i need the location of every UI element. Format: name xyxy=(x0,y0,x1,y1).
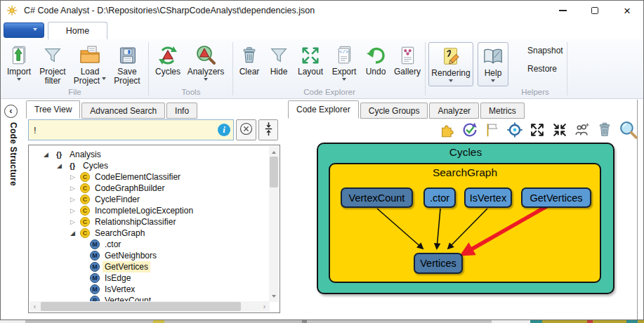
open-folder-icon xyxy=(79,43,101,67)
tab-code-explorer[interactable]: Code Explorer xyxy=(288,100,359,119)
analyzers-button[interactable]: Analyzers xyxy=(185,41,226,84)
layout-button[interactable]: Layout xyxy=(294,41,327,78)
load-project-button[interactable]: Load Project xyxy=(70,41,110,87)
expand-all-icon[interactable] xyxy=(528,121,546,139)
collapse-panel-button[interactable]: ‹ xyxy=(4,105,18,118)
project-filter-button[interactable]: Project filter xyxy=(35,41,70,87)
expander-open-icon[interactable] xyxy=(44,151,53,158)
undo-arrow-icon xyxy=(364,43,387,67)
collapse-vertical-icon xyxy=(263,121,274,139)
ribbon-group-file: Import Project filter Load Project xyxy=(3,39,147,98)
import-button[interactable]: Import xyxy=(3,41,35,84)
close-button[interactable]: × xyxy=(611,1,643,20)
add-people-icon[interactable] xyxy=(573,121,591,139)
import-label: Import xyxy=(7,67,31,77)
tree-vertical-scrollbar[interactable] xyxy=(269,146,279,302)
sidebar-vertical-label: Code Structure xyxy=(8,122,18,186)
gallery-button[interactable]: Gallery xyxy=(390,41,424,78)
diagram-group-searchgraph[interactable]: SearchGraph xyxy=(329,163,601,283)
expander-closed-icon[interactable] xyxy=(70,196,80,203)
tree-item-isvertex[interactable]: IsVertex xyxy=(29,284,268,295)
collapse-all-icon[interactable] xyxy=(551,121,569,139)
tree-item-cyclefinder[interactable]: CycleFinder xyxy=(29,194,268,205)
clear-button[interactable]: Clear xyxy=(235,41,264,78)
expander-closed-icon[interactable] xyxy=(70,207,80,214)
expander-open-icon[interactable] xyxy=(57,162,67,169)
maximize-button[interactable] xyxy=(579,1,611,20)
export-button[interactable]: </> Export xyxy=(327,41,361,84)
group-label-tools: Tools xyxy=(150,88,232,96)
diagram-node-vertexcount[interactable]: VertexCount xyxy=(341,187,413,208)
minimize-button[interactable] xyxy=(546,1,579,20)
tree-item-cycles[interactable]: Cycles xyxy=(29,160,268,171)
node-label: .ctor xyxy=(430,192,449,204)
tab-analyzer[interactable]: Analyzer xyxy=(429,103,479,119)
tree-item-codeelementclassifier[interactable]: CodeElementClassifier xyxy=(29,171,268,183)
tree-item-label: SearchGraph xyxy=(93,228,147,239)
expander-closed-icon[interactable] xyxy=(70,218,80,225)
collapse-all-tree-button[interactable] xyxy=(258,119,278,140)
namespace-icon xyxy=(53,150,65,159)
application-menu-button[interactable] xyxy=(4,22,44,38)
validate-cycle-icon[interactable] xyxy=(461,121,479,139)
cycles-button[interactable]: Cycles xyxy=(150,41,185,78)
scroll-up-arrow[interactable] xyxy=(269,146,279,156)
circle-x-icon xyxy=(239,121,254,139)
tree-filter-input[interactable] xyxy=(28,119,234,140)
zoom-icon[interactable] xyxy=(618,120,638,140)
hide-button[interactable]: Hide xyxy=(264,41,294,78)
tree-item-label: IncompleteLogicException xyxy=(93,205,195,216)
diagram-node-ctor[interactable]: .ctor xyxy=(423,187,456,208)
info-icon[interactable]: i xyxy=(218,124,230,136)
snapshot-button[interactable]: Snapshot xyxy=(527,46,563,55)
puzzle-icon[interactable] xyxy=(438,121,456,139)
rendering-button[interactable]: Rendering xyxy=(428,42,473,86)
tree-item-ctor[interactable]: .ctor xyxy=(29,239,268,250)
diagram-node-isvertex[interactable]: IsVertex xyxy=(464,187,512,208)
tab-cycle-groups[interactable]: Cycle Groups xyxy=(360,103,428,119)
focus-target-icon[interactable] xyxy=(506,121,524,139)
expander-open-icon[interactable] xyxy=(70,230,80,237)
scroll-down-arrow[interactable] xyxy=(269,292,279,302)
flag-icon[interactable] xyxy=(483,121,501,139)
tab-home[interactable]: Home xyxy=(48,22,107,39)
tab-tree-view[interactable]: Tree View xyxy=(26,100,80,119)
scrollbar-thumb[interactable] xyxy=(270,157,278,187)
namespace-icon xyxy=(67,161,78,171)
group-separator xyxy=(232,42,233,95)
tree-horizontal-scrollbar[interactable]: ‹ › xyxy=(29,301,270,312)
clear-filter-button[interactable] xyxy=(236,119,256,140)
save-project-button[interactable]: Save Project xyxy=(110,41,145,87)
tab-advanced-search[interactable]: Advanced Search xyxy=(81,103,165,119)
expander-closed-icon[interactable] xyxy=(70,173,80,180)
layout-label: Layout xyxy=(298,67,323,77)
scrollbar-thumb[interactable] xyxy=(41,302,241,311)
app-logo-icon xyxy=(6,5,18,16)
delete-icon[interactable] xyxy=(596,121,614,139)
tab-info[interactable]: Info xyxy=(166,103,197,119)
tree-item-codegraphbuilder[interactable]: CodeGraphBuilder xyxy=(29,183,268,194)
ribbon: Import Project filter Load Project xyxy=(1,39,643,99)
tree-item-getneighbors[interactable]: GetNeighbors xyxy=(29,250,268,261)
scroll-right-arrow[interactable]: › xyxy=(259,301,270,312)
tree-item-relationshipclassifier[interactable]: RelationshipClassifier xyxy=(29,216,268,228)
tree-item-searchgraph[interactable]: SearchGraph xyxy=(29,228,268,239)
code-structure-sidebar: ‹ Code Structure xyxy=(1,100,22,319)
gallery-graph-icon xyxy=(397,43,418,67)
tab-cycle-groups-label: Cycle Groups xyxy=(369,106,420,116)
diagram-node-vertices[interactable]: Vertices xyxy=(414,253,463,274)
scroll-left-arrow[interactable]: ‹ xyxy=(29,301,40,312)
tree-item-getvertices[interactable]: GetVertices xyxy=(29,261,268,272)
tree-item-analysis[interactable]: Analysis xyxy=(29,149,268,160)
tree-item-incompletelogicexception[interactable]: IncompleteLogicException xyxy=(29,205,268,216)
tab-metrics[interactable]: Metrics xyxy=(480,103,525,119)
undo-button[interactable]: Undo xyxy=(361,41,390,78)
group-label-helpers: Helpers xyxy=(426,88,644,96)
tree-item-label: Cycles xyxy=(81,160,110,171)
tree-item-isedge[interactable]: IsEdge xyxy=(29,272,268,284)
diagram-node-getvertices[interactable]: GetVertices xyxy=(521,187,591,208)
node-label: IsVertex xyxy=(470,192,506,204)
help-button[interactable]: Help xyxy=(478,42,508,86)
restore-button[interactable]: Restore xyxy=(527,64,563,74)
expander-closed-icon[interactable] xyxy=(70,185,80,192)
